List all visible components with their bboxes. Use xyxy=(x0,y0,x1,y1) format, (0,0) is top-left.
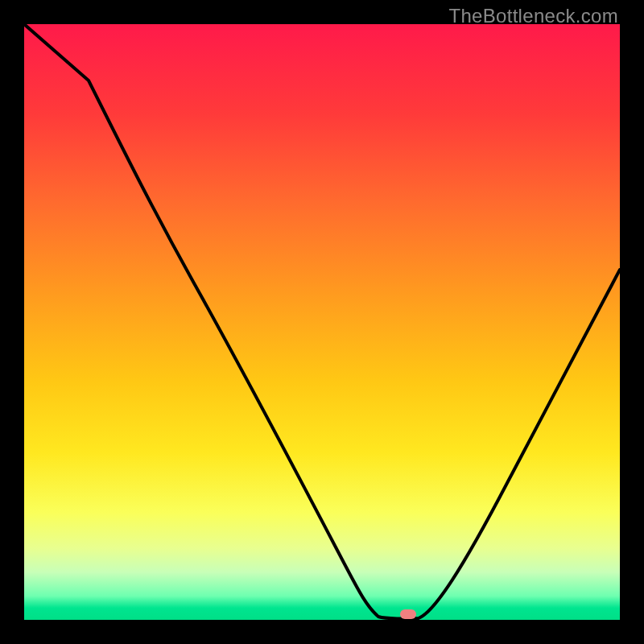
plot-gradient-area xyxy=(24,24,620,620)
optimal-point-marker xyxy=(400,609,416,619)
bottleneck-chart: TheBottleneck.com xyxy=(0,0,644,644)
bottleneck-curve xyxy=(24,24,620,620)
watermark-text: TheBottleneck.com xyxy=(448,5,618,27)
curve-path xyxy=(24,24,620,619)
